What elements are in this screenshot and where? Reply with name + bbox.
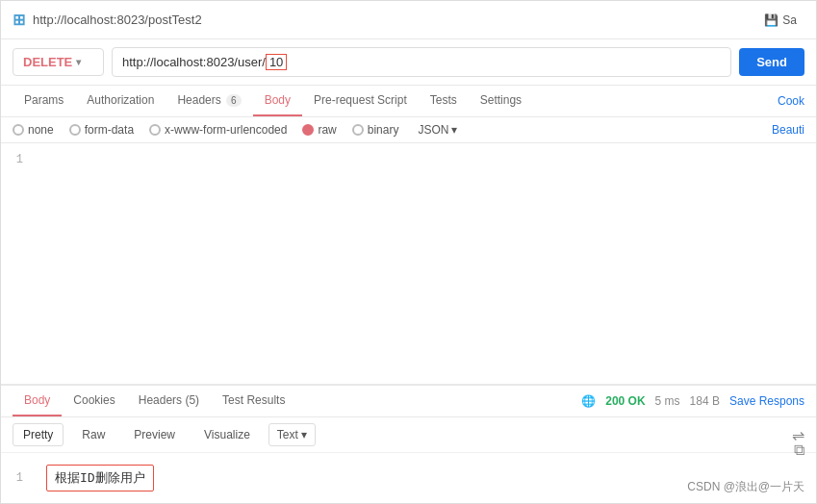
view-pretty-button[interactable]: Pretty xyxy=(13,423,64,446)
response-time: 5 ms xyxy=(655,394,680,408)
radio-form-data-label: form-data xyxy=(85,123,134,137)
headers-badge: 6 xyxy=(226,94,242,107)
method-label: DELETE xyxy=(23,55,72,69)
radio-raw-label: raw xyxy=(318,123,336,137)
save-response-button[interactable]: Save Respons xyxy=(729,394,804,408)
response-status-bar: 🌐 200 OK 5 ms 184 B Save Respons xyxy=(581,394,804,408)
tab-headers[interactable]: Headers 6 xyxy=(166,86,252,116)
radio-none-label: none xyxy=(28,123,54,137)
globe-icon: 🌐 xyxy=(581,394,596,408)
radio-binary[interactable]: binary xyxy=(352,123,399,137)
tab-tests[interactable]: Tests xyxy=(419,86,469,116)
method-select[interactable]: DELETE ▾ xyxy=(13,48,104,76)
save-icon: 💾 xyxy=(764,13,779,27)
response-tab-body[interactable]: Body xyxy=(13,386,62,416)
app-icon: ⊞ xyxy=(13,11,25,29)
top-bar: ⊞ http://localhost:8023/postTest2 💾 Sa xyxy=(1,1,816,39)
tab-settings[interactable]: Settings xyxy=(469,86,533,116)
body-options-bar: none form-data x-www-form-urlencoded raw… xyxy=(1,117,816,143)
status-code: 200 OK xyxy=(605,394,645,408)
response-content: 根据ID删除用户 xyxy=(46,465,154,491)
radio-form-data[interactable]: form-data xyxy=(69,123,134,137)
code-editor[interactable]: 1 xyxy=(1,143,816,385)
request-title: http://localhost:8023/postTest2 xyxy=(33,13,749,27)
watermark: CSDN @浪出@一片天 xyxy=(687,479,804,495)
save-button[interactable]: 💾 Sa xyxy=(756,10,804,31)
format-label: JSON xyxy=(418,123,448,137)
code-line-1: 1 xyxy=(1,151,816,168)
radio-dot-none xyxy=(13,124,24,136)
cookies-tab-partial[interactable]: Cook xyxy=(778,87,804,115)
response-body: 1 根据ID删除用户 xyxy=(1,453,816,503)
beautify-button[interactable]: Beauti xyxy=(772,123,804,137)
radio-dot-form-data xyxy=(69,124,81,136)
tab-params[interactable]: Params xyxy=(13,86,75,116)
tab-body[interactable]: Body xyxy=(253,86,302,116)
response-tab-headers[interactable]: Headers (5) xyxy=(127,386,211,416)
line-number-1: 1 xyxy=(1,153,35,166)
request-bar: DELETE ▾ http://localhost:8023/user/10 S… xyxy=(1,39,816,86)
view-visualize-button[interactable]: Visualize xyxy=(193,423,261,446)
radio-raw[interactable]: raw xyxy=(302,123,336,137)
request-tabs-bar: Params Authorization Headers 6 Body Pre-… xyxy=(1,86,816,117)
response-line-number-1: 1 xyxy=(1,471,35,485)
url-input-container[interactable]: http://localhost:8023/user/10 xyxy=(112,47,731,77)
response-format-dropdown[interactable]: Text ▾ xyxy=(268,423,316,446)
format-dropdown-chevron-icon: ▾ xyxy=(301,428,307,441)
view-preview-button[interactable]: Preview xyxy=(123,423,186,446)
radio-none[interactable]: none xyxy=(13,123,54,137)
response-size: 184 B xyxy=(690,394,720,408)
format-dropdown-label: Text xyxy=(277,428,298,441)
tab-authorization[interactable]: Authorization xyxy=(75,86,166,116)
radio-urlencoded-label: x-www-form-urlencoded xyxy=(165,123,287,137)
tab-pre-request[interactable]: Pre-request Script xyxy=(302,86,419,116)
format-chevron-icon: ▾ xyxy=(451,123,457,137)
radio-urlencoded[interactable]: x-www-form-urlencoded xyxy=(149,123,287,137)
url-param: 10 xyxy=(266,54,287,70)
radio-dot-urlencoded xyxy=(149,124,161,136)
chevron-down-icon: ▾ xyxy=(76,57,81,67)
response-tab-test-results[interactable]: Test Results xyxy=(211,386,296,416)
response-tab-cookies[interactable]: Cookies xyxy=(62,386,126,416)
response-view-bar: Pretty Raw Preview Visualize Text ▾ ⇌ xyxy=(1,417,816,453)
response-tabs-bar: Body Cookies Headers (5) Test Results 🌐 … xyxy=(1,386,816,417)
url-base: http://localhost:8023/user/ xyxy=(122,55,266,69)
radio-dot-raw xyxy=(302,124,314,136)
view-raw-button[interactable]: Raw xyxy=(71,423,115,446)
copy-icon[interactable]: ⧉ xyxy=(794,441,804,459)
radio-dot-binary xyxy=(352,124,364,136)
send-button[interactable]: Send xyxy=(739,48,804,76)
format-select[interactable]: JSON ▾ xyxy=(418,123,457,137)
radio-binary-label: binary xyxy=(368,123,399,137)
